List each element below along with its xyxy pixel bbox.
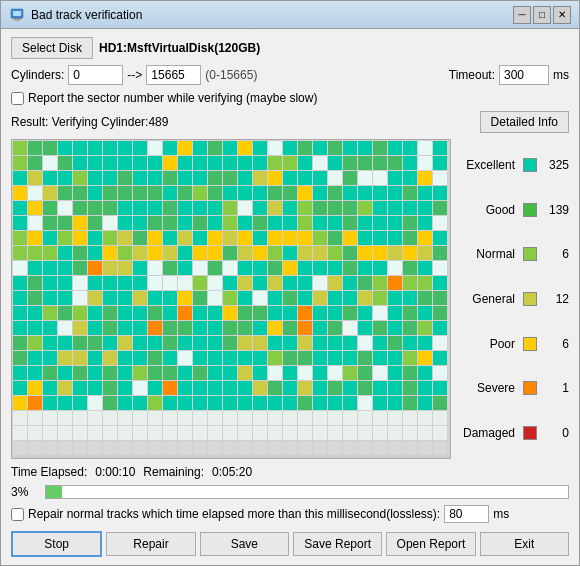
repair-unit: ms [493, 507, 509, 521]
legend-item: Normal 6 [459, 247, 569, 261]
legend-count: 12 [541, 292, 569, 306]
result-row: Result: Verifying Cylinder:489 Detailed … [11, 111, 569, 133]
legend-color [523, 247, 537, 261]
legend-count: 325 [541, 158, 569, 172]
progress-row: 3% [11, 485, 569, 499]
app-icon [9, 7, 25, 23]
legend-count: 6 [541, 337, 569, 351]
grid-canvas [12, 140, 450, 458]
disk-name: HD1:MsftVirtualDisk(120GB) [99, 41, 260, 55]
legend-label: Normal [459, 247, 519, 261]
grid-area [11, 139, 451, 459]
timeout-label: Timeout: [449, 68, 495, 82]
window-title: Bad track verification [31, 8, 513, 22]
elapsed-value: 0:00:10 [95, 465, 135, 479]
legend-item: Good 139 [459, 203, 569, 217]
maximize-button[interactable]: □ [533, 6, 551, 24]
timeout-section: Timeout: ms [449, 65, 569, 85]
legend-label: Damaged [459, 426, 519, 440]
minimize-button[interactable]: ─ [513, 6, 531, 24]
save-button[interactable]: Save [200, 532, 289, 556]
title-bar: Bad track verification ─ □ ✕ [1, 1, 579, 29]
sector-checkbox-label: Report the sector number while verifying… [28, 91, 317, 105]
legend-count: 139 [541, 203, 569, 217]
window-controls: ─ □ ✕ [513, 6, 571, 24]
legend-item: Damaged 0 [459, 426, 569, 440]
cylinders-from-input[interactable] [68, 65, 123, 85]
timeout-input[interactable] [499, 65, 549, 85]
legend-count: 1 [541, 381, 569, 395]
legend-color [523, 203, 537, 217]
repair-row: Repair normal tracks which time elapsed … [11, 505, 569, 523]
disk-row: Select Disk HD1:MsftVirtualDisk(120GB) [11, 37, 569, 59]
open-report-button[interactable]: Open Report [386, 532, 475, 556]
legend-label: General [459, 292, 519, 306]
elapsed-label: Time Elapsed: [11, 465, 87, 479]
content-area: Select Disk HD1:MsftVirtualDisk(120GB) C… [1, 29, 579, 565]
legend-area: Excellent 325 Good 139 Normal 6 General … [459, 139, 569, 459]
legend-item: General 12 [459, 292, 569, 306]
save-report-button[interactable]: Save Report [293, 532, 382, 556]
close-button[interactable]: ✕ [553, 6, 571, 24]
action-row: Stop Repair Save Save Report Open Report… [11, 531, 569, 557]
legend-color [523, 337, 537, 351]
exit-button[interactable]: Exit [480, 532, 569, 556]
progress-bar-container [45, 485, 569, 499]
sector-checkbox[interactable] [11, 92, 24, 105]
legend-color [523, 292, 537, 306]
select-disk-button[interactable]: Select Disk [11, 37, 93, 59]
remaining-label: Remaining: [143, 465, 204, 479]
remaining-value: 0:05:20 [212, 465, 252, 479]
legend-item: Excellent 325 [459, 158, 569, 172]
legend-item: Severe 1 [459, 381, 569, 395]
detailed-info-button[interactable]: Detailed Info [480, 111, 569, 133]
timeout-unit: ms [553, 68, 569, 82]
legend-label: Poor [459, 337, 519, 351]
repair-ms-input[interactable] [444, 505, 489, 523]
cylinders-label: Cylinders: [11, 68, 64, 82]
stop-button[interactable]: Stop [11, 531, 102, 557]
repair-checkbox[interactable] [11, 508, 24, 521]
repair-label: Repair normal tracks which time elapsed … [28, 507, 440, 521]
legend-count: 6 [541, 247, 569, 261]
progress-pct: 3% [11, 485, 39, 499]
legend-count: 0 [541, 426, 569, 440]
main-window: Bad track verification ─ □ ✕ Select Disk… [0, 0, 580, 566]
cylinders-row: Cylinders: --> (0-15665) Timeout: ms [11, 65, 569, 85]
cylinders-to-input[interactable] [146, 65, 201, 85]
repair-button[interactable]: Repair [106, 532, 195, 556]
legend-label: Good [459, 203, 519, 217]
svg-rect-3 [12, 18, 22, 19]
cylinders-range: (0-15665) [205, 68, 257, 82]
svg-rect-1 [13, 11, 21, 16]
arrow-icon: --> [127, 68, 142, 82]
legend-item: Poor 6 [459, 337, 569, 351]
result-text: Result: Verifying Cylinder:489 [11, 115, 168, 129]
sector-checkbox-row: Report the sector number while verifying… [11, 91, 569, 105]
svg-rect-2 [14, 19, 20, 21]
legend-label: Excellent [459, 158, 519, 172]
progress-bar-fill [46, 486, 62, 498]
time-row: Time Elapsed: 0:00:10 Remaining: 0:05:20 [11, 465, 569, 479]
legend-color [523, 158, 537, 172]
legend-color [523, 426, 537, 440]
legend-color [523, 381, 537, 395]
main-area: Excellent 325 Good 139 Normal 6 General … [11, 139, 569, 459]
legend-label: Severe [459, 381, 519, 395]
